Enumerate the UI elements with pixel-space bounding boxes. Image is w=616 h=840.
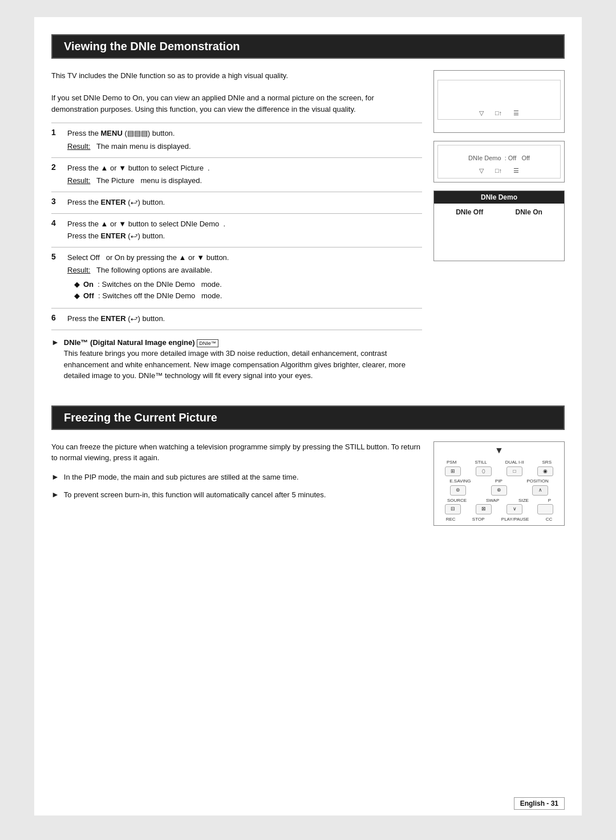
- step-num-5: 5: [51, 247, 67, 309]
- dnie-badge: DNIe™: [197, 339, 218, 347]
- diagram2: DNIe Demo : Off Off ▽ □↑ ☰: [433, 141, 565, 182]
- step4-bold: ENTER: [101, 232, 126, 240]
- intro-line2: If you set DNIe Demo to On, you can view…: [51, 94, 374, 113]
- remote-label-esaving: E.SAVING: [449, 478, 471, 484]
- section2-title: Freezing the Current Picture: [51, 405, 565, 430]
- section2-left: You can freeze the picture when watching…: [51, 441, 422, 526]
- remote-btn-esaving[interactable]: ⊚: [450, 485, 466, 496]
- remote-row2-labels: E.SAVING PIP POSITION: [436, 478, 562, 484]
- remote-btn-source[interactable]: ⊟: [445, 504, 461, 514]
- section1-title: Viewing the DNIe Demonstration: [51, 34, 565, 59]
- remote-btn-position[interactable]: ∧: [532, 485, 548, 496]
- remote-btn-dual[interactable]: □: [506, 466, 522, 477]
- steps-table: 1 Press the MENU (▤▤▤) button. Result: T…: [51, 123, 422, 330]
- intro-line1: This TV includes the DNIe function so as…: [51, 71, 288, 80]
- step-row-3: 3 Press the ENTER (⮐) button.: [51, 192, 422, 214]
- section2: Freezing the Current Picture You can fre…: [34, 405, 582, 526]
- diagram1-icons-row: ▽ □↑ ☰: [438, 109, 560, 117]
- step1-bold: MENU: [101, 129, 123, 137]
- diagram3-options: DNIe Off DNIe On: [434, 204, 564, 221]
- section1-content: This TV includes the DNIe function so as…: [51, 70, 565, 388]
- step2-result-text: The Picture menu is displayed.: [96, 176, 202, 185]
- remote-label-pip: PIP: [495, 478, 502, 484]
- remote-row1-btns: ⊞ ⬯ □ ◉: [436, 466, 562, 477]
- section2-right: ▼ PSM STILL DUAL I-II SRS ⊞ ⬯ □: [433, 441, 565, 526]
- section1-intro: This TV includes the DNIe function so as…: [51, 70, 422, 115]
- diagram1-inner: ▽ □↑ ☰: [437, 74, 561, 125]
- step2-result-label: Result:: [67, 176, 90, 185]
- remote-label-still: STILL: [475, 459, 487, 465]
- step5-result-label: Result:: [67, 266, 90, 274]
- remote-label-playpause: PLAY/PAUSE: [501, 516, 529, 522]
- bullet-off-text: Off : Switches off the DNIe Demo mode.: [83, 290, 222, 302]
- section2-note1-text: In the PIP mode, the main and sub pictur…: [64, 472, 299, 483]
- arrow-icon-2: ►: [51, 472, 59, 481]
- bullet-diamond-1: ◆: [74, 279, 80, 290]
- bullet-on-text: On : Switches on the DNIe Demo mode.: [83, 279, 222, 290]
- diagram3-extra: [434, 221, 564, 261]
- section2-note2-text: To prevent screen burn-in, this function…: [64, 489, 326, 501]
- step-content-1: Press the MENU (▤▤▤) button. Result: The…: [67, 123, 422, 158]
- remote-btn-srs[interactable]: ◉: [537, 466, 553, 477]
- section2-note1: ► In the PIP mode, the main and sub pict…: [51, 472, 422, 483]
- section2-note2: ► To prevent screen burn-in, this functi…: [51, 489, 422, 501]
- step1-result-text: The main menu is displayed.: [96, 142, 191, 151]
- step1-result-label: Result:: [67, 142, 90, 151]
- step3-bold: ENTER: [101, 198, 126, 206]
- remote-label-cc: CC: [546, 516, 553, 522]
- dnie-note-text: This feature brings you more detailed im…: [64, 349, 406, 380]
- diag1-icon2: □↑: [495, 109, 502, 117]
- remote-row2-btns: ⊚ ⊕ ∧: [436, 485, 562, 496]
- remote-btn-swap[interactable]: ⊠: [476, 504, 492, 514]
- step-content-2: Press the ▲ or ▼ button to select Pictur…: [67, 157, 422, 192]
- remote-label-p: P: [548, 497, 551, 504]
- remote-label-rec: REC: [446, 516, 456, 522]
- arrow-icon-3: ►: [51, 490, 59, 499]
- page: Viewing the DNIe Demonstration This TV i…: [34, 17, 582, 815]
- remote-inner: ▼ PSM STILL DUAL I-II SRS ⊞ ⬯ □: [436, 444, 562, 522]
- remote-btn-pip[interactable]: ⊕: [491, 485, 507, 496]
- step-content-5: Select Off or On by pressing the ▲ or ▼ …: [67, 247, 422, 309]
- remote-label-stop: STOP: [472, 516, 485, 522]
- step-content-3: Press the ENTER (⮐) button.: [67, 192, 422, 214]
- step5-bullets: ◆ On : Switches on the DNIe Demo mode. ◆…: [74, 279, 422, 301]
- section1: Viewing the DNIe Demonstration This TV i…: [34, 34, 582, 388]
- remote-label-swap: SWAP: [486, 497, 499, 504]
- step-row-5: 5 Select Off or On by pressing the ▲ or …: [51, 247, 422, 309]
- step-num-3: 3: [51, 192, 67, 214]
- diagram3: DNIe Demo DNIe Off DNIe On: [433, 190, 565, 261]
- dnie-note-title: DNIe™ (Digital Natural Image engine): [64, 338, 195, 347]
- diag2-icon2: □↑: [495, 167, 502, 175]
- remote-btn-p[interactable]: [537, 504, 553, 514]
- step6-bold: ENTER: [101, 314, 126, 323]
- step-row-1: 1 Press the MENU (▤▤▤) button. Result: T…: [51, 123, 422, 158]
- diagram3-header: DNIe Demo: [434, 191, 564, 204]
- remote-label-source: SOURCE: [447, 497, 467, 504]
- remote-diagram: ▼ PSM STILL DUAL I-II SRS ⊞ ⬯ □: [433, 441, 565, 526]
- remote-btn-still[interactable]: ⬯: [476, 466, 492, 477]
- footer-text: English - 31: [520, 800, 558, 807]
- remote-btn-size[interactable]: ∨: [506, 504, 522, 514]
- step-content-6: Press the ENTER (⮐) button.: [67, 309, 422, 330]
- step-num-6: 6: [51, 309, 67, 330]
- remote-label-position: POSITION: [526, 478, 548, 484]
- remote-btn-psm[interactable]: ⊞: [445, 466, 461, 477]
- diag1-icon1: ▽: [479, 109, 484, 117]
- diagram2-icons-row: ▽ □↑ ☰: [441, 167, 557, 175]
- dnie-on-option: DNIe On: [515, 208, 542, 216]
- step-num-1: 1: [51, 123, 67, 158]
- remote-row3-btns: ⊟ ⊠ ∨: [436, 504, 562, 514]
- section1-left: This TV includes the DNIe function so as…: [51, 70, 422, 388]
- remote-label-size: SIZE: [518, 497, 529, 504]
- step-row-2: 2 Press the ▲ or ▼ button to select Pict…: [51, 157, 422, 192]
- arrow-icon: ►: [51, 338, 59, 347]
- dnie-note-block: ► DNIe™ (Digital Natural Image engine) D…: [51, 337, 422, 382]
- section1-right: ▽ □↑ ☰ DNIe Demo : Off Off ▽ □↑: [433, 70, 565, 388]
- remote-label-srs: SRS: [542, 459, 552, 465]
- bullet-off: ◆ Off : Switches off the DNIe Demo mode.: [74, 290, 422, 302]
- step-row-6: 6 Press the ENTER (⮐) button.: [51, 309, 422, 330]
- step-num-4: 4: [51, 213, 67, 247]
- section2-content: You can freeze the picture when watching…: [51, 441, 565, 526]
- remote-row1-labels: PSM STILL DUAL I-II SRS: [436, 459, 562, 465]
- diagram1: ▽ □↑ ☰: [433, 70, 565, 133]
